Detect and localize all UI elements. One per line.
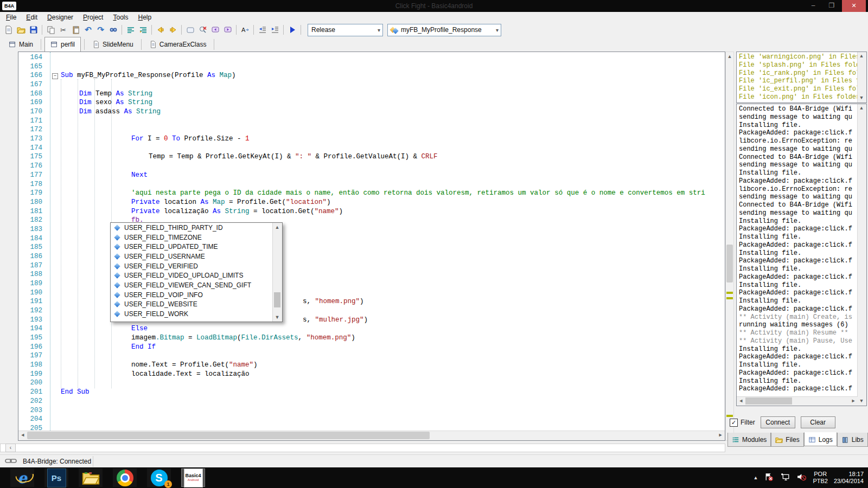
scroll-right-icon[interactable]: ► <box>716 431 725 440</box>
autocomplete-item[interactable]: USER_FIELD_USERNAME <box>111 252 282 261</box>
fold-toggle-icon[interactable]: − <box>52 73 58 79</box>
scrollbar-track[interactable] <box>0 444 725 452</box>
run-button[interactable] <box>286 24 298 36</box>
autocomplete-item[interactable]: USER_FIELD_TIMEZONE <box>111 233 282 242</box>
scroll-left-icon[interactable]: ◄ <box>737 397 745 406</box>
line-number: 164 <box>18 53 42 62</box>
language-indicator[interactable]: POR PTB2 <box>813 471 828 485</box>
line-number: 177 <box>18 171 42 180</box>
autocomplete-item[interactable]: USER_FIELD_UPDATED_TIME <box>111 242 282 252</box>
taskbar-chrome[interactable] <box>113 468 137 487</box>
log-horizontal-scrollbar[interactable]: ◄ ► <box>737 396 858 406</box>
undo-button[interactable]: ↶ <box>82 24 94 36</box>
tab-cameraexclass[interactable]: CameraExClass <box>144 37 212 52</box>
code-line-167: 167 <box>18 80 725 89</box>
find-button[interactable] <box>107 24 119 36</box>
open-file-button[interactable] <box>15 24 27 36</box>
autocomplete-item[interactable]: USER_FIELD_WEBSITE <box>111 300 282 310</box>
log-vertical-scrollbar[interactable]: ▲ ▼ <box>857 104 866 406</box>
autocomplete-item[interactable]: USER_FIELD_VIDEO_UPLOAD_LIMITS <box>111 271 282 280</box>
outdent-button[interactable] <box>256 24 269 36</box>
paste-button[interactable] <box>69 24 82 36</box>
autocomplete-item[interactable]: USER_FIELD_VIEWER_CAN_SEND_GIFT <box>111 280 282 290</box>
log-line: ** Activity (main) Pause, Use <box>739 337 857 345</box>
editor-vertical-scrollbar[interactable]: ▲ ▼ <box>725 52 734 441</box>
menu-tools[interactable]: Tools <box>108 12 133 22</box>
scroll-up-icon[interactable]: ▲ <box>725 52 734 61</box>
tab-main[interactable]: Main <box>3 37 39 52</box>
editor-horizontal-scrollbar[interactable]: ◄ ► <box>18 431 725 440</box>
menu-project[interactable]: Project <box>78 12 108 22</box>
uncomment-selection-button[interactable] <box>137 24 149 36</box>
cut-button[interactable]: ✂ <box>57 24 69 36</box>
scrollbar-thumb[interactable] <box>274 292 280 307</box>
scroll-up-icon[interactable]: ▲ <box>857 52 866 61</box>
save-file-button[interactable] <box>27 24 40 36</box>
new-file-button[interactable] <box>2 24 15 36</box>
autocomplete-scrollbar[interactable]: ▲ ▼ <box>272 223 282 322</box>
autocomplete-item[interactable]: USER_FIELD_THIRD_PARTY_ID <box>111 223 282 233</box>
scroll-down-icon[interactable]: ▼ <box>273 313 282 322</box>
outdent-icon <box>258 25 267 34</box>
volume-muted-icon[interactable] <box>796 472 807 483</box>
minimize-button[interactable]: – <box>805 0 821 12</box>
files-scrollbar[interactable]: ▲ ▼ <box>857 52 866 102</box>
scroll-up-icon[interactable]: ▲ <box>273 223 282 232</box>
tab-slidemenu[interactable]: SlideMenu <box>87 37 139 52</box>
restore-button[interactable]: ❐ <box>824 0 840 12</box>
menu-help[interactable]: Help <box>133 12 156 22</box>
find-remove-button[interactable] <box>196 24 209 36</box>
close-button[interactable]: ✕ <box>842 0 866 12</box>
scroll-up-icon[interactable]: ▲ <box>857 104 866 113</box>
clock[interactable]: 18:17 23/04/2014 <box>834 471 864 485</box>
scroll-right-icon[interactable]: ► <box>849 397 858 406</box>
comment-selection-button[interactable] <box>124 24 137 36</box>
autocomplete-item[interactable]: USER_FIELD_VERIFIED <box>111 261 282 271</box>
navigate-forward-button[interactable] <box>167 24 179 36</box>
connect-button[interactable]: Connect <box>761 416 795 428</box>
build-config-select[interactable]: Release▾ <box>308 24 383 36</box>
action-center-flag-icon[interactable] <box>764 472 774 483</box>
panel-tab-files[interactable]: Files <box>771 433 803 447</box>
taskbar-photoshop[interactable]: Ps <box>44 468 68 487</box>
menu-file[interactable]: File <box>1 12 21 22</box>
autocomplete-item[interactable]: USER_FIELD_WORK <box>111 309 282 319</box>
log-line: PackageAdded: package:click.f <box>739 225 857 233</box>
designer-rectangle-button[interactable] <box>184 24 196 36</box>
log-line: PackageAdded: package:click.f <box>739 273 857 281</box>
taskbar-file-explorer[interactable] <box>79 468 103 487</box>
navigate-back-button[interactable] <box>154 24 167 36</box>
clear-button[interactable]: Clear <box>801 416 835 428</box>
scroll-left-icon[interactable]: ◄ <box>18 431 27 440</box>
taskbar-basic4android[interactable]: Basic4Android <box>181 468 205 487</box>
panel-tab-logs[interactable]: Logs <box>804 432 837 446</box>
panel-tab-modules[interactable]: Modules <box>727 433 771 447</box>
scrollbar-thumb[interactable] <box>745 397 792 404</box>
redo-button[interactable]: ↷ <box>94 24 107 36</box>
code-line-170: 170Dim asdass As String <box>18 107 725 117</box>
menu-designer[interactable]: Designer <box>42 12 78 22</box>
indent-button[interactable] <box>269 24 281 36</box>
tab-perfil[interactable]: perfil <box>44 37 81 52</box>
scroll-down-icon[interactable]: ▼ <box>857 94 866 102</box>
taskbar-internet-explorer[interactable]: e <box>10 468 34 487</box>
log-line: Installing file. <box>739 361 857 369</box>
hidden-icons-icon[interactable]: ▲ <box>754 475 758 480</box>
scrollbar-thumb[interactable] <box>726 245 733 282</box>
scroll-left-icon[interactable]: ‹ <box>5 444 16 452</box>
scroll-down-icon[interactable]: ▼ <box>857 397 866 406</box>
scrollbar-thumb[interactable] <box>27 432 430 439</box>
log-line: ** Activity (main) Resume ** <box>739 329 857 337</box>
font-tool-button[interactable]: A <box>239 24 251 36</box>
log-line: PackageAdded: package:click.f <box>739 369 857 377</box>
panel-tab-libs[interactable]: Libs <box>837 433 868 447</box>
copy-button[interactable] <box>44 24 57 36</box>
module-sub-select[interactable]: myFB_MyProfile_Response▾ <box>387 24 501 36</box>
previous-sub-button[interactable] <box>209 24 221 36</box>
taskbar-skype[interactable]: S1 <box>147 468 171 487</box>
next-sub-button[interactable] <box>221 24 234 36</box>
autocomplete-item[interactable]: USER_FIELD_VOIP_INFO <box>111 290 282 300</box>
network-icon[interactable] <box>780 472 790 483</box>
filter-checkbox[interactable]: ✓ <box>730 419 738 427</box>
menu-edit[interactable]: Edit <box>21 12 42 22</box>
